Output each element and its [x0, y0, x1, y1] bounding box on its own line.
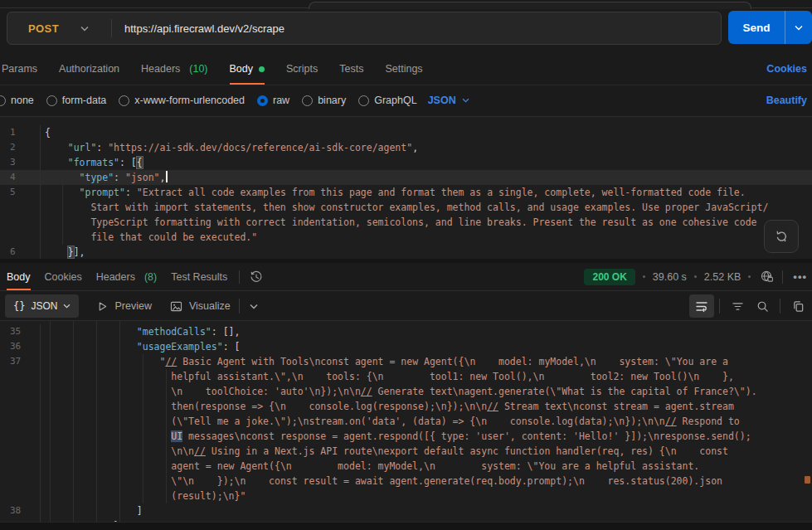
body-mode-x-www-form-urlencoded[interactable]: x-www-form-urlencoded	[119, 95, 245, 106]
response-tabs: BodyCookiesHeaders(8)Test Results	[7, 263, 227, 290]
send-button[interactable]: Send	[728, 11, 812, 44]
radio-icon	[358, 95, 369, 106]
status-badge[interactable]: 200 OK	[584, 269, 635, 285]
tab-headers[interactable]: Headers(8)	[96, 263, 158, 290]
send-label: Send	[728, 11, 785, 44]
search-button[interactable]	[750, 294, 775, 318]
tab-body[interactable]: Body	[7, 263, 31, 290]
filter-icon	[732, 301, 744, 312]
response-code: 35 "methodCalls": [],36 "usageExamples":…	[0, 321, 812, 523]
tab-label: Settings	[385, 63, 422, 75]
code-line: (\"Tell me a joke.\");\nstream.on('data'…	[0, 414, 812, 429]
radio-label: raw	[273, 95, 289, 106]
copy-icon	[792, 300, 805, 313]
chevron-down-icon	[250, 304, 258, 309]
request-code: 1{2 "url": "https://ai-sdk.dev/docs/refe…	[0, 117, 812, 260]
radio-label: x-www-form-urlencoded	[134, 95, 245, 106]
response-toolbar-right	[689, 294, 810, 318]
text-cursor	[166, 171, 168, 182]
preview-label: Preview	[114, 300, 151, 312]
radio-icon	[257, 95, 268, 106]
url-container: POST https://api.firecrawl.dev/v2/scrape	[7, 12, 722, 45]
code-line: UI messages\nconst response = agent.resp…	[0, 429, 812, 444]
line-number: 6	[0, 245, 40, 260]
meta-separator-dot	[694, 275, 697, 278]
response-toolbar: {} JSON Preview Visualize	[0, 292, 812, 320]
method-url-divider	[111, 19, 112, 37]
toolbar-divider	[780, 299, 780, 314]
line-number: 5	[0, 185, 40, 200]
preview-button[interactable]: Preview	[97, 300, 151, 312]
tab-count-badge: (10)	[189, 63, 207, 75]
response-meta: 200 OK 39.60 s 2.52 KB •••	[584, 269, 807, 285]
line-number	[0, 429, 40, 444]
toolbar-divider	[239, 299, 240, 314]
line-number	[0, 459, 40, 474]
status-bar-strip	[0, 522, 812, 530]
send-options-button[interactable]	[785, 11, 812, 44]
tab-count-badge: (8)	[144, 271, 157, 283]
tab-authorization[interactable]: Authorization	[59, 53, 119, 85]
more-options-button[interactable]: •••	[793, 270, 807, 283]
play-icon	[97, 301, 108, 312]
tab-test-results[interactable]: Test Results	[171, 263, 227, 290]
code-line: 35 "methodCalls": [],	[0, 324, 812, 339]
response-scrollbar[interactable]	[805, 321, 810, 523]
visualize-button[interactable]: Visualize	[170, 300, 231, 312]
tab-cookies[interactable]: Cookies	[45, 263, 82, 290]
request-body-editor[interactable]: 1{2 "url": "https://ai-sdk.dev/docs/refe…	[0, 116, 812, 260]
indent-guide	[96, 321, 97, 523]
unsaved-dot-icon	[259, 66, 265, 72]
code-line: \"\n });\n const result = await agent.ge…	[0, 474, 812, 489]
filter-button[interactable]	[725, 294, 750, 318]
url-input[interactable]: https://api.firecrawl.dev/v2/scrape	[124, 22, 284, 35]
code-line: 36 "usageExamples": [	[0, 339, 812, 354]
method-selector[interactable]: POST	[7, 22, 111, 35]
body-mode-radios: noneform-datax-www-form-urlencodedrawbin…	[0, 95, 417, 106]
line-number	[0, 200, 40, 215]
postbot-button[interactable]	[764, 220, 799, 253]
tab-params[interactable]: Params	[2, 53, 37, 85]
copy-button[interactable]	[785, 294, 810, 318]
line-number: 35	[0, 324, 40, 339]
response-format-label: JSON	[31, 300, 57, 312]
visualize-label: Visualize	[189, 300, 231, 312]
code-line: TypeScript formatting with correct inden…	[0, 215, 812, 230]
tab-body[interactable]: Body	[230, 53, 265, 85]
code-line: file that could be executed."	[0, 230, 812, 245]
line-number	[0, 215, 40, 230]
visualize-options-button[interactable]	[250, 304, 258, 309]
body-mode-binary[interactable]: binary	[302, 95, 346, 106]
response-history-button[interactable]	[250, 270, 263, 284]
tab-settings[interactable]: Settings	[385, 53, 422, 85]
braces-icon: {}	[13, 300, 25, 312]
wrap-text-button[interactable]	[689, 294, 714, 318]
tab-scripts[interactable]: Scripts	[286, 53, 318, 85]
language-chevron-icon	[462, 98, 469, 103]
tab-tests[interactable]: Tests	[339, 53, 363, 85]
code-line: 3 "formats": [{	[0, 155, 812, 170]
body-mode-raw[interactable]: raw	[257, 95, 289, 106]
body-mode-none[interactable]: none	[0, 95, 34, 106]
body-mode-graphql[interactable]: GraphQL	[358, 95, 416, 106]
code-line: (result);\n}"	[0, 489, 812, 503]
beautify-link[interactable]: Beautify	[766, 95, 807, 106]
response-body-viewer[interactable]: 35 "methodCalls": [],36 "usageExamples":…	[0, 320, 812, 523]
response-format-select[interactable]: {} JSON	[5, 294, 79, 318]
response-size[interactable]: 2.52 KB	[704, 271, 741, 283]
language-select[interactable]: JSON	[428, 95, 469, 106]
wrap-text-icon	[695, 300, 708, 313]
cookies-link[interactable]: Cookies	[766, 63, 807, 75]
response-time[interactable]: 39.60 s	[653, 271, 687, 283]
code-line: 37 "// Basic Agent with Tools\nconst age…	[0, 354, 812, 369]
network-info-button[interactable]	[760, 270, 774, 284]
tab-label: Tests	[339, 63, 363, 75]
code-line: \n toolChoice: 'auto'\n});\n\n// Generat…	[0, 384, 812, 399]
line-number	[0, 399, 40, 414]
tab-headers[interactable]: Headers(10)	[141, 53, 207, 85]
tab-label: Headers	[141, 63, 180, 75]
body-mode-form-data[interactable]: form-data	[46, 95, 107, 106]
clock-history-icon	[250, 270, 263, 284]
code-line: 38 ]	[0, 503, 812, 518]
line-number: 36	[0, 339, 40, 354]
